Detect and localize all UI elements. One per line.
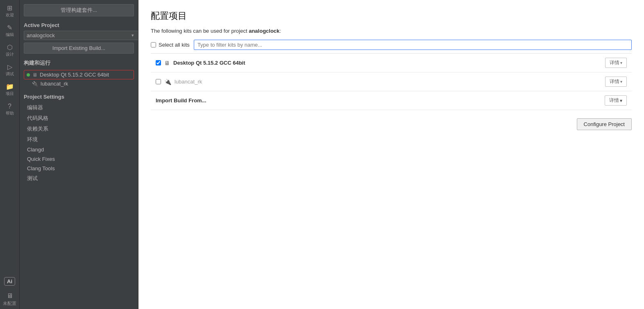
project-select[interactable]: analogclock — [24, 31, 138, 40]
kits-header: Select all kits — [151, 40, 632, 54]
description: The following kits can be used for proje… — [151, 28, 632, 34]
kit-row-desktop: 🖥 Desktop Qt 5.15.2 GCC 64bit 详情 ▾ — [151, 54, 632, 72]
filter-kits-input[interactable] — [194, 40, 632, 50]
import-build-row: Import Build From... 详情 ▾ — [151, 91, 632, 110]
status-text: 未配置 — [3, 300, 16, 307]
activity-bar-label-help: 帮助 — [6, 111, 14, 116]
settings-item-dependencies[interactable]: 依赖关系 — [24, 124, 134, 134]
activity-bar-label-debug: 调试 — [6, 71, 14, 77]
build-run-title: 构建和运行 — [24, 59, 134, 67]
activity-bar-item-welcome[interactable]: ⊞ 欢迎 — [0, 2, 19, 21]
settings-item-editor[interactable]: 编辑器 — [24, 102, 134, 113]
main-content: 配置项目 The following kits can be used for … — [138, 0, 644, 309]
activity-bar-bottom: Ai 🖥 未配置 — [0, 274, 19, 309]
chip-icon-main: 🔌 — [164, 79, 171, 85]
settings-item-clang-tools[interactable]: Clang Tools — [24, 164, 134, 173]
activity-bar-label-edit: 编辑 — [6, 32, 14, 38]
kit-row-desktop-label: Desktop Qt 5.15.2 GCC 64bit — [173, 60, 602, 66]
kit-item-lubancat[interactable]: 🔌 lubancat_rk — [24, 79, 134, 88]
kit-checkbox-desktop[interactable] — [156, 60, 161, 65]
activity-bar-item-design[interactable]: ⬡ 设计 — [0, 41, 19, 61]
details-label-desktop: 详情 — [610, 59, 619, 66]
monitor-icon: 🖥 — [7, 292, 13, 300]
settings-item-test[interactable]: 测试 — [24, 173, 134, 184]
kit-item-desktop-label: Desktop Qt 5.15.2 GCC 64bit — [40, 72, 109, 78]
ai-badge: Ai — [4, 277, 15, 286]
activity-bar-label-welcome: 欢迎 — [6, 12, 14, 18]
active-project-title: Active Project — [24, 22, 134, 28]
description-suffix: : — [279, 28, 281, 34]
select-all-checkbox[interactable] — [151, 42, 156, 47]
kit-list: 🖥 Desktop Qt 5.15.2 GCC 64bit 🔌 lubancat… — [24, 70, 134, 88]
details-button-import[interactable]: 详情 ▾ — [605, 95, 627, 106]
kit-row-lubancat: 🔌 lubancat_rk 详情 ▾ — [151, 72, 632, 91]
details-arrow-lubancat: ▾ — [620, 79, 622, 84]
settings-item-code-style[interactable]: 代码风格 — [24, 113, 134, 124]
folder-icon: 📁 — [6, 83, 14, 90]
activity-bar-item-edit[interactable]: ✎ 编辑 — [0, 21, 19, 41]
details-arrow-import: ▾ — [620, 98, 622, 104]
activity-bar-label-design: 设计 — [6, 52, 14, 57]
chip-small-icon: 🔌 — [32, 81, 38, 87]
activity-bar-item-project[interactable]: 📁 项目 — [0, 80, 19, 100]
activity-bar-item-debug[interactable]: ▷ 调试 — [0, 61, 19, 80]
help-icon: ? — [8, 103, 11, 110]
import-build-label: Import Build From... — [156, 97, 601, 104]
details-button-desktop[interactable]: 详情 ▾ — [605, 58, 627, 68]
grid-icon: ⊞ — [7, 5, 12, 11]
monitor-icon-main: 🖥 — [164, 60, 170, 66]
activity-bar: ⊞ 欢迎 ✎ 编辑 ⬡ 设计 ▷ 调试 📁 项目 ? 帮助 Ai 🖥 未配置 — [0, 0, 20, 309]
settings-item-quick-fixes[interactable]: Quick Fixes — [24, 154, 134, 164]
project-name-bold: analogclock — [249, 28, 279, 34]
project-settings-list: 编辑器 代码风格 依赖关系 环境 Clangd Quick Fixes Clan… — [24, 102, 134, 184]
manage-kits-button[interactable]: 管理构建套件... — [24, 4, 134, 16]
project-select-wrap: analogclock ▾ — [24, 31, 134, 40]
page-title: 配置项目 — [151, 10, 632, 22]
description-prefix: The following kits can be used for proje… — [151, 28, 249, 34]
details-button-lubancat[interactable]: 详情 ▾ — [605, 77, 627, 87]
kit-item-lubancat-label: lubancat_rk — [41, 81, 68, 87]
configure-btn-row: Configure Project — [151, 118, 632, 130]
monitor-small-icon: 🖥 — [32, 72, 37, 78]
active-dot-icon — [27, 73, 30, 77]
kit-row-lubancat-label: lubancat_rk — [175, 79, 602, 85]
activity-bar-ai[interactable]: Ai — [0, 274, 19, 290]
debug-icon: ▷ — [7, 64, 12, 70]
select-all-text: Select all kits — [159, 42, 190, 48]
sidebar: 管理构建套件... Active Project analogclock ▾ I… — [20, 0, 138, 309]
settings-item-clangd[interactable]: Clangd — [24, 145, 134, 154]
kit-checkbox-lubancat[interactable] — [156, 79, 161, 84]
import-existing-build-button[interactable]: Import Existing Build... — [24, 43, 134, 54]
details-arrow-desktop: ▾ — [620, 61, 622, 65]
kit-item-desktop[interactable]: 🖥 Desktop Qt 5.15.2 GCC 64bit — [24, 70, 134, 79]
activity-bar-label-project: 项目 — [6, 91, 14, 97]
edit-icon: ✎ — [7, 25, 12, 31]
settings-item-environment[interactable]: 环境 — [24, 134, 134, 145]
configure-project-button[interactable]: Configure Project — [577, 118, 632, 130]
activity-bar-item-help[interactable]: ? 帮助 — [0, 100, 19, 120]
details-label-lubancat: 详情 — [610, 78, 619, 85]
design-icon: ⬡ — [7, 44, 13, 51]
select-all-label[interactable]: Select all kits — [151, 42, 190, 48]
details-label-import: 详情 — [609, 97, 619, 104]
project-settings-title: Project Settings — [24, 94, 134, 100]
